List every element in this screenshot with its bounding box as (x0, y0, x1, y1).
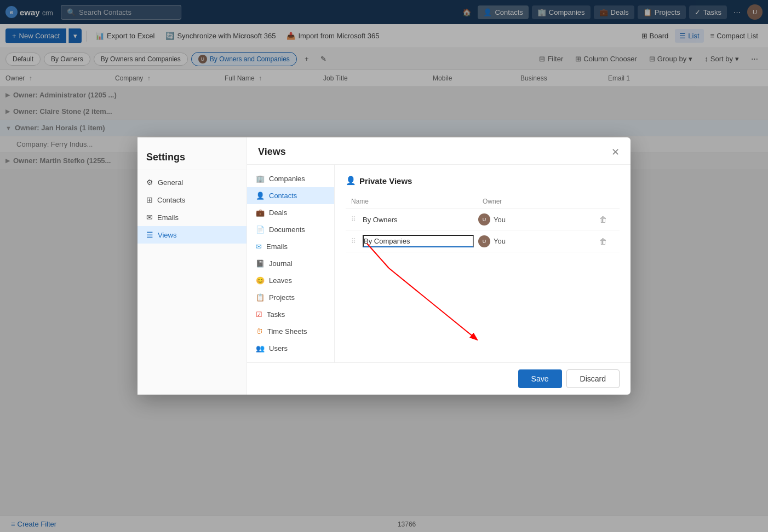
settings-sidebar: Settings ⚙ General ⊞ Contacts ✉ Emails ☰… (137, 137, 247, 169)
views-modal-header: Views ✕ (247, 137, 631, 165)
views-content: 👤 Private Views Name Owner ⠿ By Owners (335, 165, 631, 169)
settings-modal: Settings ⚙ General ⊞ Contacts ✉ Emails ☰… (137, 137, 631, 169)
settings-title: Settings (137, 143, 247, 169)
views-title: Views (258, 146, 286, 158)
views-nav: 🏢 Companies 👤 Contacts 💼 Deals 📄 Documen… (247, 165, 335, 169)
modal-close-button[interactable]: ✕ (611, 147, 620, 157)
